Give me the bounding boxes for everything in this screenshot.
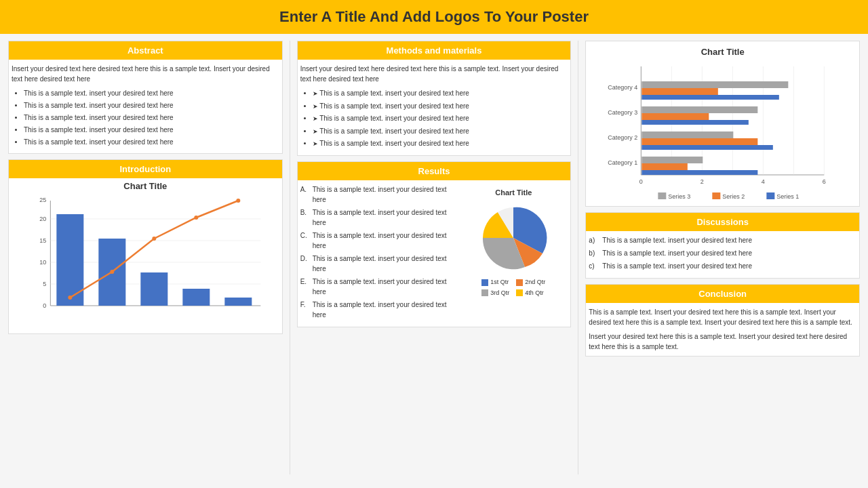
svg-point-14 xyxy=(152,237,156,241)
results-list: A. This is a sample text. insert your de… xyxy=(300,184,456,323)
top-right-chart-section: Chart Title 0 2 4 6 Category xyxy=(585,41,860,207)
svg-rect-40 xyxy=(642,113,709,120)
introduction-chart-area: Chart Title 0 5 10 15 xyxy=(9,178,282,333)
bar-4 xyxy=(182,289,210,306)
svg-text:Category 3: Category 3 xyxy=(608,109,638,116)
conclusion-p2: Insert your desired text here this is a … xyxy=(589,331,856,352)
horizontal-bar-chart: 0 2 4 6 Category 1 Category 2 Category 3… xyxy=(591,60,854,202)
divider-2 xyxy=(578,41,578,474)
results-section: Results A. This is a sample text. insert… xyxy=(297,161,572,327)
conclusion-p1: This is a sample text. Insert your desir… xyxy=(589,307,856,327)
svg-rect-37 xyxy=(642,138,758,145)
page-title: Enter A Title And Add Logos To Your Post… xyxy=(0,0,868,34)
abstract-list: This is a sample text. insert your desir… xyxy=(12,88,279,147)
svg-rect-33 xyxy=(642,157,703,163)
svg-rect-45 xyxy=(658,192,667,199)
svg-rect-43 xyxy=(642,88,719,95)
results-layout: A. This is a sample text. insert your de… xyxy=(300,184,568,323)
list-item: A. This is a sample text. insert your de… xyxy=(300,184,456,205)
svg-text:2: 2 xyxy=(701,178,704,185)
svg-text:0: 0 xyxy=(639,178,643,185)
discussions-heading: Discussions xyxy=(586,213,859,231)
svg-text:Series 2: Series 2 xyxy=(723,193,745,200)
methods-heading: Methods and materials xyxy=(298,41,571,60)
conclusion-heading: Conclusion xyxy=(586,285,859,303)
results-body: A. This is a sample text. insert your de… xyxy=(298,180,571,327)
svg-rect-47 xyxy=(713,192,721,199)
svg-text:0: 0 xyxy=(43,302,46,309)
list-item: D. This is a sample text. insert your de… xyxy=(300,253,456,274)
intro-combo-chart: 0 5 10 15 20 25 xyxy=(12,194,279,329)
svg-text:20: 20 xyxy=(39,216,46,222)
column-3: Chart Title 0 2 4 6 Category xyxy=(585,41,860,474)
results-chart-title: Chart Title xyxy=(495,187,532,199)
abstract-intro: Insert your desired text here desired te… xyxy=(12,64,279,84)
column-2: Methods and materials Insert your desire… xyxy=(297,41,572,474)
svg-rect-36 xyxy=(642,131,734,138)
svg-text:25: 25 xyxy=(39,197,46,203)
list-item: This is a sample text. insert your desir… xyxy=(313,138,568,149)
bar-5 xyxy=(224,298,252,306)
header-title: Enter A Title And Add Logos To Your Post… xyxy=(279,8,589,25)
methods-body: Insert your desired text here desired te… xyxy=(298,60,571,155)
abstract-heading: Abstract xyxy=(9,41,282,60)
list-item: F. This is a sample text. insert your de… xyxy=(300,300,456,320)
svg-text:Category 1: Category 1 xyxy=(608,159,638,166)
results-pie-chart: Chart Title xyxy=(459,184,568,323)
svg-text:Category 4: Category 4 xyxy=(608,84,638,91)
svg-rect-44 xyxy=(642,95,780,100)
discussions-section: Discussions a) This is a sample text. in… xyxy=(585,212,860,279)
svg-rect-34 xyxy=(642,163,688,170)
abstract-body: Insert your desired text here desired te… xyxy=(9,60,282,153)
list-item: This is a sample text. insert your desir… xyxy=(24,137,279,147)
list-item: B. This is a sample text. insert your de… xyxy=(300,207,456,228)
column-1: Abstract Insert your desired text here d… xyxy=(8,41,283,474)
divider-1 xyxy=(290,41,290,474)
list-item: E. This is a sample text. insert your de… xyxy=(300,277,456,297)
svg-rect-42 xyxy=(642,81,789,88)
intro-chart-title: Chart Title xyxy=(12,181,279,191)
abstract-section: Abstract Insert your desired text here d… xyxy=(8,41,283,154)
svg-point-16 xyxy=(236,199,240,203)
pie-legend: 1st Qtr 2nd Qtr 3rd Qtr xyxy=(481,278,545,298)
methods-intro: Insert your desired text here desired te… xyxy=(300,64,568,84)
list-item: This is a sample text. insert your desir… xyxy=(313,88,568,99)
discussions-body: a) This is a sample text. insert your de… xyxy=(586,231,859,278)
svg-rect-38 xyxy=(642,145,774,150)
introduction-heading: Introduction xyxy=(9,160,282,178)
methods-section: Methods and materials Insert your desire… xyxy=(297,41,572,156)
list-item: This is a sample text. insert your desir… xyxy=(313,113,568,124)
results-heading: Results xyxy=(298,162,571,180)
svg-text:6: 6 xyxy=(823,178,826,185)
svg-rect-39 xyxy=(642,106,758,113)
svg-rect-35 xyxy=(642,170,758,175)
list-item: c) This is a sample text. insert your de… xyxy=(589,261,856,271)
pie-svg xyxy=(476,201,551,275)
methods-list: This is a sample text. insert your desir… xyxy=(300,88,568,149)
svg-text:5: 5 xyxy=(43,281,46,287)
svg-text:Series 3: Series 3 xyxy=(669,193,691,200)
list-item: This is a sample text. insert your desir… xyxy=(313,101,568,112)
conclusion-section: Conclusion This is a sample text. Insert… xyxy=(585,284,860,357)
svg-text:10: 10 xyxy=(39,259,46,266)
svg-point-12 xyxy=(68,296,72,300)
top-chart-title: Chart Title xyxy=(591,47,854,57)
list-item: This is a sample text. insert your desir… xyxy=(313,126,568,137)
list-item: This is a sample text. insert your desir… xyxy=(24,125,279,135)
bar-3 xyxy=(140,272,167,306)
list-item: This is a sample text. insert your desir… xyxy=(24,88,279,98)
svg-text:Series 1: Series 1 xyxy=(777,193,800,200)
svg-point-13 xyxy=(110,270,114,274)
list-item: b) This is a sample text. insert your de… xyxy=(589,248,856,258)
list-item: C. This is a sample text. insert your de… xyxy=(300,230,456,251)
svg-text:15: 15 xyxy=(39,237,46,244)
conclusion-body: This is a sample text. Insert your desir… xyxy=(586,303,859,356)
svg-point-15 xyxy=(194,216,198,220)
svg-text:4: 4 xyxy=(762,178,765,185)
list-item: This is a sample text. insert your desir… xyxy=(24,100,279,110)
list-item: This is a sample text. insert your desir… xyxy=(24,113,279,123)
svg-rect-41 xyxy=(642,120,749,125)
introduction-section: Introduction Chart Title 0 5 xyxy=(8,159,283,334)
svg-rect-49 xyxy=(767,192,775,199)
svg-text:Category 2: Category 2 xyxy=(608,134,638,141)
